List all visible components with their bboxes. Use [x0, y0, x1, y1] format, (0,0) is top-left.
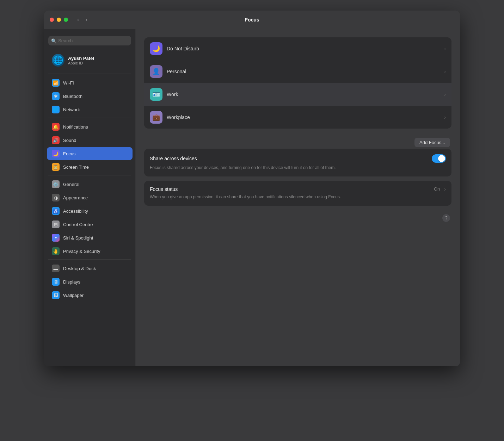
focus-status-description: When you give an app permission, it can …	[150, 194, 446, 200]
focus-item-dnd[interactable]: 🌙 Do Not Disturb ›	[144, 37, 451, 60]
focus-status-title: Focus status	[150, 186, 178, 192]
sidebar-item-controlcentre[interactable]: ⊞ Control Centre	[47, 218, 133, 231]
focus-icon: 🌙	[52, 150, 60, 157]
divider2	[48, 118, 131, 118]
sidebar-label-privacy: Privacy & Security	[63, 249, 100, 254]
titlebar: ‹ › Focus	[44, 11, 460, 29]
dnd-icon: 🌙	[150, 42, 162, 55]
screentime-icon: ⏳	[52, 163, 60, 171]
controlcentre-icon: ⊞	[52, 220, 60, 228]
focus-status-section[interactable]: Focus status On › When you give an app p…	[144, 181, 451, 206]
user-info: Ayush Patel Apple ID	[68, 56, 94, 65]
divider3	[48, 175, 131, 175]
workplace-icon: 💼	[150, 111, 162, 124]
share-description: Focus is shared across your devices, and…	[150, 165, 446, 171]
add-focus-container: Add Focus...	[144, 134, 451, 149]
focus-list: 🌙 Do Not Disturb › 👤 Personal › 🪪 Work ›	[144, 37, 451, 129]
sidebar-label-controlcentre: Control Centre	[63, 222, 93, 227]
notifications-icon: 🔔	[52, 123, 60, 131]
maximize-button[interactable]	[64, 18, 68, 22]
sidebar-item-network[interactable]: 🌐 Network	[47, 103, 133, 116]
sidebar-item-screentime[interactable]: ⏳ Screen Time	[47, 161, 133, 173]
work-label: Work	[167, 92, 440, 97]
workplace-chevron: ›	[444, 114, 446, 120]
sidebar-item-displays[interactable]: 🖥 Displays	[47, 275, 133, 288]
sidebar-label-appearance: Appearance	[63, 195, 88, 200]
sidebar-label-desktopdock: Desktop & Dock	[63, 266, 96, 271]
sidebar-label-siri: Siri & Spotlight	[63, 235, 93, 241]
sound-icon: 🔊	[52, 136, 60, 144]
accessibility-icon: ♿	[52, 207, 60, 215]
bluetooth-icon: ✱	[52, 92, 60, 100]
forward-button[interactable]: ›	[83, 16, 89, 24]
sidebar-label-displays: Displays	[63, 279, 80, 285]
share-title: Share across devices	[150, 156, 197, 161]
toggle-knob	[438, 155, 445, 162]
privacy-icon: 🤚	[52, 247, 60, 255]
sidebar-item-bluetooth[interactable]: ✱ Bluetooth	[47, 90, 133, 103]
minimize-button[interactable]	[57, 18, 61, 22]
share-toggle[interactable]	[432, 154, 446, 163]
work-chevron: ›	[444, 92, 446, 97]
search-container: 🔍	[44, 33, 135, 50]
sidebar-label-screentime: Screen Time	[63, 164, 89, 170]
sidebar-item-wifi[interactable]: 📶 Wi-Fi	[47, 76, 133, 89]
user-subtitle: Apple ID	[68, 61, 94, 65]
sidebar-label-general: General	[63, 182, 79, 187]
sidebar-item-accessibility[interactable]: ♿ Accessibility	[47, 205, 133, 217]
general-icon: ⚙️	[52, 180, 60, 188]
sidebar-label-wifi: Wi-Fi	[63, 80, 74, 86]
sidebar-item-privacy[interactable]: 🤚 Privacy & Security	[47, 245, 133, 257]
sidebar-label-sound: Sound	[63, 138, 76, 143]
sidebar-label-accessibility: Accessibility	[63, 209, 88, 214]
sidebar: 🔍 🌐 Ayush Patel Apple ID 📶 Wi-Fi	[44, 29, 136, 366]
sidebar-label-notifications: Notifications	[63, 124, 88, 130]
avatar: 🌐	[52, 54, 64, 67]
sidebar-item-general[interactable]: ⚙️ General	[47, 178, 133, 191]
user-name: Ayush Patel	[68, 56, 94, 61]
focus-item-personal[interactable]: 👤 Personal ›	[144, 60, 451, 83]
divider4	[48, 259, 131, 260]
desktopdock-icon: ▬	[52, 265, 60, 272]
personal-chevron: ›	[444, 69, 446, 74]
wifi-icon: 📶	[52, 79, 60, 87]
sidebar-label-network: Network	[63, 107, 80, 112]
work-icon: 🪪	[150, 88, 162, 101]
dnd-chevron: ›	[444, 46, 446, 51]
focus-item-work[interactable]: 🪪 Work ›	[144, 83, 451, 106]
sidebar-item-focus[interactable]: 🌙 Focus	[47, 147, 133, 160]
sidebar-label-focus: Focus	[63, 151, 75, 156]
share-section: Share across devices Focus is shared acr…	[144, 149, 451, 176]
sidebar-item-appearance[interactable]: ◑ Appearance	[47, 191, 133, 204]
user-profile[interactable]: 🌐 Ayush Patel Apple ID	[47, 51, 133, 69]
focus-status-row: On ›	[434, 186, 446, 192]
sidebar-item-wallpaper[interactable]: 🖼 Wallpaper	[47, 289, 133, 302]
help-button[interactable]: ?	[442, 214, 450, 222]
network-icon: 🌐	[52, 106, 60, 113]
wallpaper-icon: 🖼	[52, 291, 60, 299]
appearance-icon: ◑	[52, 194, 60, 201]
close-button[interactable]	[50, 18, 54, 22]
sidebar-item-sound[interactable]: 🔊 Sound	[47, 134, 133, 147]
personal-icon: 👤	[150, 65, 162, 78]
sidebar-item-desktopdock[interactable]: ▬ Desktop & Dock	[47, 262, 133, 275]
workplace-label: Workplace	[167, 114, 440, 120]
help-area: ?	[144, 211, 451, 225]
sidebar-item-notifications[interactable]: 🔔 Notifications	[47, 120, 133, 133]
siri-icon: ✦	[52, 234, 60, 242]
divider	[48, 74, 131, 74]
focus-status-chevron: ›	[444, 186, 446, 192]
sidebar-item-siri[interactable]: ✦ Siri & Spotlight	[47, 231, 133, 244]
add-focus-button[interactable]: Add Focus...	[414, 138, 450, 147]
sidebar-label-bluetooth: Bluetooth	[63, 94, 82, 99]
back-button[interactable]: ‹	[75, 16, 81, 24]
window-title: Focus	[245, 17, 259, 23]
dnd-label: Do Not Disturb	[167, 46, 440, 51]
search-input[interactable]	[48, 36, 131, 45]
navigation-buttons: ‹ ›	[75, 16, 90, 24]
displays-icon: 🖥	[52, 278, 60, 286]
personal-label: Personal	[167, 69, 440, 74]
focus-item-workplace[interactable]: 💼 Workplace ›	[144, 106, 451, 129]
detail-panel: 🌙 Do Not Disturb › 👤 Personal › 🪪 Work ›	[136, 29, 460, 366]
focus-status-value: On	[434, 186, 440, 192]
